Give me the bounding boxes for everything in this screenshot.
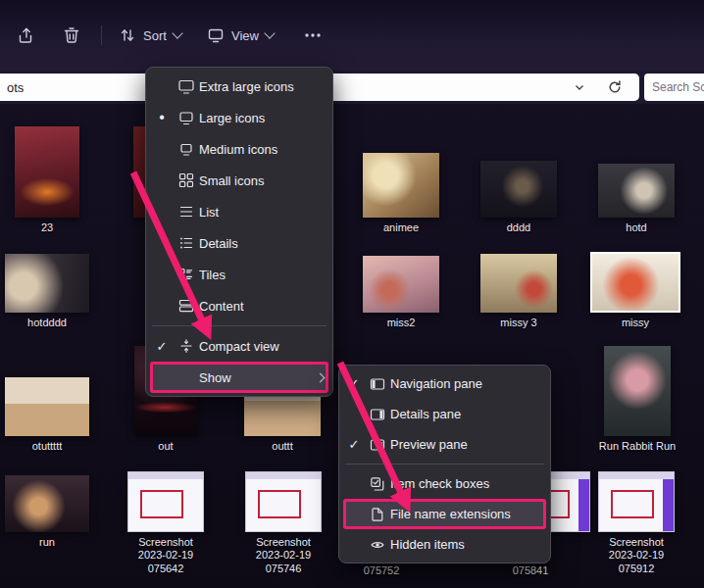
chevron-down-icon bbox=[264, 27, 275, 38]
submenu-item-preview-pane[interactable]: Preview pane bbox=[343, 429, 546, 460]
file-thumbnail bbox=[480, 254, 557, 313]
file-thumbnail bbox=[598, 471, 675, 532]
file-label: run bbox=[2, 536, 92, 549]
file-name-extensions-icon bbox=[370, 507, 385, 522]
file-item[interactable]: run bbox=[2, 463, 92, 549]
preview-pane-icon bbox=[370, 437, 385, 453]
file-thumbnail bbox=[363, 256, 439, 313]
file-item[interactable]: 075752 bbox=[345, 564, 418, 577]
file-label: missy bbox=[586, 317, 684, 329]
share-icon bbox=[17, 25, 36, 45]
menu-item-label: Details bbox=[199, 236, 328, 251]
view-icon bbox=[207, 26, 225, 44]
search-box[interactable]: Search Sc bbox=[644, 74, 704, 101]
view-label: View bbox=[231, 28, 259, 43]
menu-item-show[interactable]: Show bbox=[150, 362, 328, 393]
file-label: 075841 bbox=[494, 564, 567, 577]
menu-item-tiles[interactable]: Tiles bbox=[150, 259, 328, 290]
file-item[interactable]: Screenshot 2023-02-19 075912 bbox=[594, 463, 679, 575]
menu-item-small-icons[interactable]: Small icons bbox=[150, 165, 328, 196]
file-item[interactable]: Screenshot 2023-02-19 075746 bbox=[241, 463, 326, 575]
file-label: out bbox=[128, 440, 203, 453]
delete-button[interactable] bbox=[53, 17, 90, 54]
file-label: Screenshot 2023-02-19 075642 bbox=[124, 536, 208, 575]
file-label: hotdddd bbox=[2, 317, 92, 329]
menu-item-extra-large-icons[interactable]: Extra large icons bbox=[150, 71, 328, 102]
menu-item-large-icons[interactable]: Large icons bbox=[150, 102, 328, 133]
item-check-boxes-icon bbox=[370, 476, 385, 492]
content-icon bbox=[178, 298, 194, 314]
menu-item-label: Compact view bbox=[199, 339, 328, 354]
search-text: Search Sc bbox=[652, 80, 704, 94]
share-button[interactable] bbox=[8, 17, 45, 54]
file-label: outtt bbox=[241, 440, 324, 453]
file-item[interactable]: 075841 bbox=[494, 564, 567, 577]
menu-item-medium-icons[interactable]: Medium icons bbox=[150, 133, 328, 165]
sort-button[interactable]: Sort bbox=[110, 17, 190, 54]
submenu-item-item-check-boxes[interactable]: Item check boxes bbox=[343, 468, 546, 499]
menu-item-label: Small icons bbox=[199, 173, 328, 188]
details-icon bbox=[178, 235, 194, 251]
file-label: 075752 bbox=[345, 564, 418, 577]
submenu-item-label: File name extensions bbox=[390, 507, 546, 521]
see-more-icon bbox=[303, 26, 323, 44]
view-dropdown-menu: Extra large icons Large icons Medium ico… bbox=[145, 67, 333, 397]
hidden-items-eye-icon bbox=[370, 537, 385, 553]
menu-item-label: Show bbox=[199, 370, 311, 385]
address-dropdown-button[interactable] bbox=[567, 74, 592, 101]
file-thumbnail bbox=[590, 252, 680, 313]
navigation-pane-icon bbox=[370, 376, 385, 392]
details-pane-icon bbox=[370, 407, 385, 422]
refresh-button[interactable] bbox=[602, 74, 628, 101]
check-icon bbox=[343, 376, 365, 391]
file-label: missy 3 bbox=[478, 317, 559, 329]
menu-item-label: List bbox=[199, 205, 328, 220]
file-thumbnail bbox=[5, 254, 89, 313]
chevron-down-icon bbox=[172, 27, 182, 38]
menu-item-list[interactable]: List bbox=[150, 196, 328, 227]
file-thumbnail bbox=[604, 346, 671, 436]
menu-separator bbox=[345, 464, 544, 465]
file-item[interactable]: otuttttt bbox=[2, 334, 92, 453]
file-item[interactable]: missy bbox=[586, 211, 684, 329]
submenu-item-details-pane[interactable]: Details pane bbox=[343, 399, 546, 429]
file-item[interactable]: Screenshot 2023-02-19 075642 bbox=[124, 463, 208, 575]
submenu-item-file-name-extensions[interactable]: File name extensions bbox=[343, 499, 546, 529]
menu-item-label: Medium icons bbox=[199, 142, 328, 157]
file-label: Run Rabbit Run bbox=[594, 440, 680, 453]
file-thumbnail bbox=[480, 161, 557, 218]
menu-item-details[interactable]: Details bbox=[150, 227, 328, 259]
file-item[interactable]: miss2 bbox=[361, 211, 441, 329]
chevron-down-icon bbox=[574, 81, 585, 93]
menu-item-label: Extra large icons bbox=[199, 79, 328, 94]
tiles-icon bbox=[178, 267, 194, 282]
view-button[interactable]: View bbox=[198, 17, 282, 54]
chevron-right-icon bbox=[311, 374, 328, 381]
submenu-item-hidden-items[interactable]: Hidden items bbox=[343, 529, 546, 560]
menu-item-content[interactable]: Content bbox=[150, 290, 328, 321]
file-label: miss2 bbox=[361, 317, 441, 329]
sort-label: Sort bbox=[143, 28, 167, 43]
see-more-button[interactable] bbox=[294, 17, 331, 54]
file-label: Screenshot 2023-02-19 075746 bbox=[241, 536, 326, 575]
selected-bullet-icon bbox=[150, 109, 174, 126]
address-path: ots bbox=[7, 80, 24, 95]
menu-item-label: Tiles bbox=[199, 268, 328, 282]
file-item[interactable]: Run Rabbit Run bbox=[594, 334, 680, 453]
submenu-item-navigation-pane[interactable]: Navigation pane bbox=[343, 368, 546, 399]
compact-view-icon bbox=[178, 338, 194, 354]
submenu-item-label: Hidden items bbox=[390, 537, 546, 552]
submenu-item-label: Details pane bbox=[390, 407, 546, 421]
file-thumbnail bbox=[245, 471, 322, 532]
toolbar: Sort View bbox=[0, 0, 704, 71]
menu-separator bbox=[152, 325, 327, 326]
monitor-md-icon bbox=[178, 141, 194, 157]
show-submenu: Navigation pane Details pane Preview pan… bbox=[338, 365, 551, 564]
menu-item-label: Content bbox=[199, 299, 328, 314]
file-item[interactable]: hotdddd bbox=[2, 211, 92, 329]
check-icon bbox=[150, 339, 174, 354]
sort-icon bbox=[119, 26, 136, 44]
address-bar: ots Search Sc bbox=[0, 71, 704, 104]
file-item[interactable]: missy 3 bbox=[478, 211, 559, 329]
menu-item-compact-view[interactable]: Compact view bbox=[150, 330, 328, 362]
